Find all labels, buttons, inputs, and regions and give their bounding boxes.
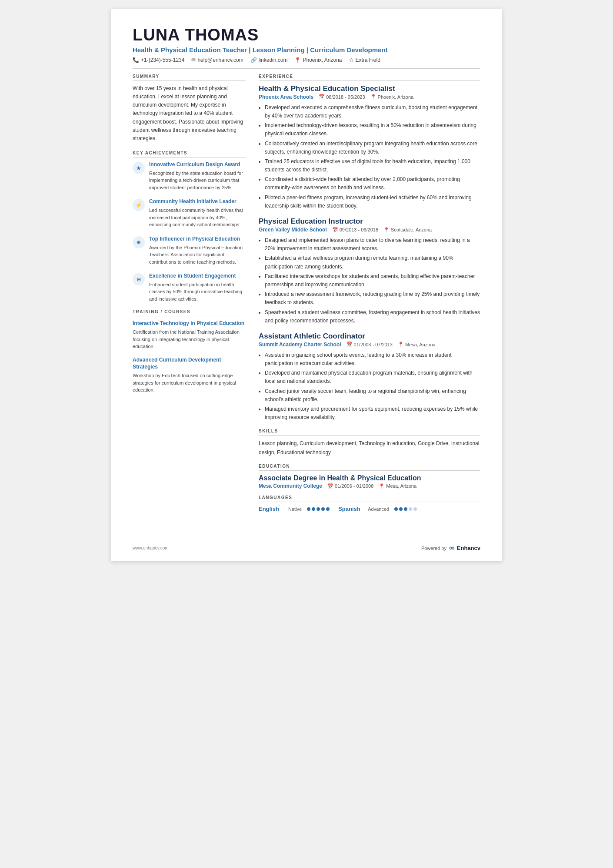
candidate-name: LUNA THOMAS bbox=[133, 26, 480, 44]
achievement-icon-star: ★ bbox=[133, 162, 145, 174]
achievement-desc-4: Enhanced student participation in health… bbox=[149, 281, 246, 303]
achievement-content-1: Innovative Curriculum Design Award Recog… bbox=[149, 161, 246, 191]
edu-date: 📅 01/2006 - 01/2008 bbox=[327, 483, 373, 489]
dot-4 bbox=[321, 507, 325, 511]
location-text: Phoenix, Arizona bbox=[303, 57, 342, 63]
language-level-spanish: Advanced bbox=[368, 506, 389, 512]
calendar-icon: 📅 bbox=[319, 94, 325, 100]
job-title-2: Physical Education Instructor bbox=[259, 217, 480, 226]
pin-icon: 📍 bbox=[379, 483, 385, 489]
bullet: Developed and maintained physical educat… bbox=[265, 369, 480, 385]
experience-label: EXPERIENCE bbox=[259, 74, 480, 81]
star-icon: ☆ bbox=[349, 57, 354, 63]
bullet: Assisted in organizing school sports eve… bbox=[265, 351, 480, 368]
achievement-icon-engagement: ⊟ bbox=[133, 273, 145, 285]
achievement-item: ⊟ Excellence in Student Engagement Enhan… bbox=[133, 272, 246, 302]
job-location-1: 📍 Phoenix, Arizona bbox=[370, 94, 414, 100]
header-divider bbox=[133, 68, 480, 69]
skills-section: SKILLS Lesson planning, Curriculum devel… bbox=[259, 429, 480, 457]
achievement-desc-1: Recognized by the state education board … bbox=[149, 170, 246, 191]
edu-location: 📍 Mesa, Arizona bbox=[379, 483, 416, 489]
location-icon: 📍 bbox=[294, 57, 301, 63]
contact-email: ✉ help@enhancv.com bbox=[191, 57, 243, 63]
bullet: Trained 25 educators in effective use of… bbox=[265, 158, 480, 174]
summary-label: SUMMARY bbox=[133, 74, 246, 81]
main-content: SUMMARY With over 15 years in health and… bbox=[133, 74, 480, 512]
left-column: SUMMARY With over 15 years in health and… bbox=[133, 74, 246, 512]
summary-text: With over 15 years in health and physica… bbox=[133, 84, 246, 143]
achievement-desc-3: Awarded by the Phoenix Physical Educatio… bbox=[149, 244, 246, 266]
achievement-title-2: Community Health Initiative Leader bbox=[149, 198, 246, 205]
dot-5 bbox=[413, 507, 417, 511]
dot-5 bbox=[326, 507, 330, 511]
job-1: Health & Physical Education Specialist P… bbox=[259, 84, 480, 210]
job-bullets-1: Developed and executed a comprehensive f… bbox=[265, 104, 480, 210]
training-desc-1: Certification from the National Training… bbox=[133, 328, 246, 350]
edu-meta: Mesa Community College 📅 01/2006 - 01/20… bbox=[259, 483, 480, 489]
achievement-item: ◉ Top Influencer in Physical Education A… bbox=[133, 235, 246, 265]
bullet: Established a virtual wellness program d… bbox=[265, 254, 480, 271]
calendar-icon: 📅 bbox=[332, 227, 338, 233]
contact-location: 📍 Phoenix, Arizona bbox=[294, 57, 342, 63]
education-section: EDUCATION Associate Degree in Health & P… bbox=[259, 464, 480, 489]
training-label: TRAINING / COURSES bbox=[133, 309, 246, 316]
training-item-1: Interactive Technology in Physical Educa… bbox=[133, 320, 246, 350]
job-bullets-2: Designed and implemented lesson plans to… bbox=[265, 236, 480, 325]
skills-text: Lesson planning, Curriculum development,… bbox=[259, 439, 480, 457]
logo-icon: ∞ bbox=[449, 543, 455, 553]
bullet: Managed inventory and procurement for sp… bbox=[265, 405, 480, 422]
achievement-item: ★ Innovative Curriculum Design Award Rec… bbox=[133, 161, 246, 191]
skills-label: SKILLS bbox=[259, 429, 480, 436]
training-item-2: Advanced Curriculum Development Strategi… bbox=[133, 356, 246, 394]
email-icon: ✉ bbox=[191, 57, 196, 63]
language-name-english: English bbox=[259, 506, 285, 512]
phone-text: +1-(234)-555-1234 bbox=[141, 57, 184, 63]
job-location-2: 📍 Scottsdale, Arizona bbox=[383, 227, 432, 233]
job-title-3: Assistant Athletic Coordinator bbox=[259, 332, 480, 341]
job-bullets-3: Assisted in organizing school sports eve… bbox=[265, 351, 480, 422]
job-date-3: 📅 01/2008 - 07/2013 bbox=[346, 342, 393, 347]
bullet: Coached junior varsity soccer team, lead… bbox=[265, 387, 480, 404]
achievement-desc-2: Led successful community health drives t… bbox=[149, 207, 246, 228]
bullet: Spearheaded a student wellness committee… bbox=[265, 308, 480, 325]
achievement-title-1: Innovative Curriculum Design Award bbox=[149, 161, 246, 168]
bullet: Developed and executed a comprehensive f… bbox=[265, 104, 480, 120]
extra-text: Extra Field bbox=[356, 57, 380, 63]
achievement-item: ⚡ Community Health Initiative Leader Led… bbox=[133, 198, 246, 228]
page-footer: www.enhancv.com Powered by ∞ Enhancv bbox=[133, 543, 480, 553]
achievement-icon-medal: ◉ bbox=[133, 236, 145, 248]
pin-icon: 📍 bbox=[398, 342, 404, 347]
contact-linkedin: 🔗 linkedin.com bbox=[250, 57, 288, 63]
job-company-2: Green Valley Middle School bbox=[259, 227, 327, 233]
job-3: Assistant Athletic Coordinator Summit Ac… bbox=[259, 332, 480, 422]
language-name-spanish: Spanish bbox=[338, 506, 364, 512]
dot-4 bbox=[409, 507, 412, 511]
job-2: Physical Education Instructor Green Vall… bbox=[259, 217, 480, 325]
degree-title: Associate Degree in Health & Physical Ed… bbox=[259, 474, 480, 482]
education-item-1: Associate Degree in Health & Physical Ed… bbox=[259, 474, 480, 489]
job-date-2: 📅 09/2013 - 06/2018 bbox=[332, 227, 378, 233]
calendar-icon: 📅 bbox=[346, 342, 353, 347]
enhancv-logo: ∞ Enhancv bbox=[449, 543, 480, 553]
dot-2 bbox=[399, 507, 403, 511]
achievement-content-2: Community Health Initiative Leader Led s… bbox=[149, 198, 246, 228]
language-dots-spanish bbox=[394, 507, 417, 511]
job-title-1: Health & Physical Education Specialist bbox=[259, 84, 480, 93]
phone-icon: 📞 bbox=[133, 57, 139, 63]
bullet: Facilitated interactive workshops for st… bbox=[265, 272, 480, 289]
job-meta-2: Green Valley Middle School 📅 09/2013 - 0… bbox=[259, 227, 480, 233]
language-spanish: Spanish Advanced bbox=[338, 506, 417, 512]
dot-2 bbox=[312, 507, 315, 511]
achievement-content-4: Excellence in Student Engagement Enhance… bbox=[149, 272, 246, 302]
bullet: Piloted a peer-led fitness program, incr… bbox=[265, 194, 480, 210]
languages-label: LANGUAGES bbox=[259, 495, 480, 502]
brand-name: Enhancv bbox=[457, 545, 480, 551]
resume-page: LUNA THOMAS Health & Physical Education … bbox=[111, 9, 502, 561]
job-company-1: Phoenix Area Schools bbox=[259, 94, 313, 100]
training-title-2: Advanced Curriculum Development Strategi… bbox=[133, 356, 246, 371]
language-english: English Native bbox=[259, 506, 330, 512]
powered-by-text: Powered by bbox=[421, 546, 446, 551]
right-column: EXPERIENCE Health & Physical Education S… bbox=[259, 74, 480, 512]
contact-phone: 📞 +1-(234)-555-1234 bbox=[133, 57, 184, 63]
pin-icon: 📍 bbox=[370, 94, 376, 100]
